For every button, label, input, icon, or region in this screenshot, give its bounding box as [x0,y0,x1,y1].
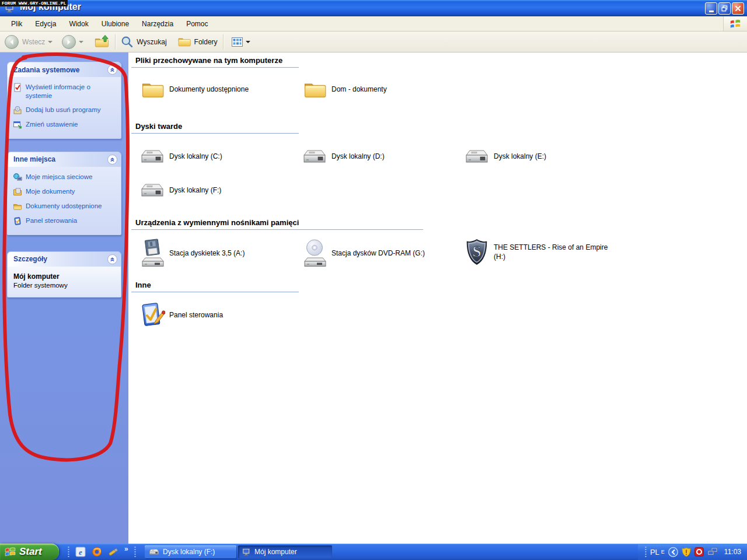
section-other: Inne Panel sterowania [135,281,747,331]
clock[interactable]: 11:03 [724,548,741,556]
item-label: Dysk lokalny (C:) [169,152,222,161]
panel-other-places-header[interactable]: Inne miejsca [8,152,121,167]
dvd-drive-icon [302,239,327,268]
views-dropdown-icon[interactable] [246,41,250,43]
section-title: Dyski twarde [135,122,747,131]
quick-launch-firefox-icon[interactable] [92,547,102,557]
forward-dropdown-icon[interactable] [79,41,83,43]
task-add-remove-programs[interactable]: Dodaj lub usuń programy [13,106,117,115]
panel-system-tasks: Zadania systemowe Wyświetl informacje o … [7,62,121,139]
task-label: Dodaj lub usuń programy [26,106,101,114]
link-network-places[interactable]: Moje miejsca sieciowe [13,173,117,182]
item-drive-c[interactable]: Dysk lokalny (C:) [139,147,301,166]
taskbar-button-drive-f[interactable]: Dysk lokalny (F:) [145,545,236,558]
hide-icons-chevron-icon[interactable] [668,547,678,557]
up-button[interactable] [94,34,110,49]
network-status-icon[interactable] [707,547,718,556]
up-folder-icon [94,34,110,49]
collapse-chevron-icon[interactable] [107,254,117,264]
my-documents-icon [13,187,22,197]
search-button[interactable]: Wyszukaj [121,36,166,48]
quick-launch-browser-icon[interactable]: e [75,547,86,557]
hard-drive-icon [140,147,165,166]
change-setting-icon [13,120,22,130]
control-panel-icon [139,301,165,329]
panel-details-header[interactable]: Szczegóły [8,252,121,267]
quick-launch-handle[interactable] [68,546,69,558]
panel-title: Inne miejsca [13,155,55,163]
language-indicator[interactable]: PL [650,548,659,556]
search-icon [121,36,133,48]
item-home-documents[interactable]: Dom - dokumenty [301,80,463,99]
close-button[interactable] [732,2,744,15]
link-control-panel[interactable]: Panel sterowania [13,216,117,226]
restore-button[interactable] [718,2,731,15]
item-label: THE SETTLERS - Rise of an Empire (H:) [494,243,619,261]
item-label: Stacja dyskietek 3,5 (A:) [169,249,245,258]
link-shared-documents[interactable]: Dokumenty udostępnione [13,202,117,211]
section-files: Pliki przechowywane na tym komputerze Do… [135,56,747,106]
taskbar-separator [134,546,136,558]
taskbar-button-my-computer[interactable]: Mój komputer [238,545,332,558]
quick-launch-overflow-icon[interactable]: » [124,545,128,553]
system-tray: PL E 11:03 [638,544,747,560]
item-dvd-g[interactable]: Stacja dysków DVD-RAM (G:) [301,239,463,268]
toolbar: Wstecz [0,32,747,52]
item-floppy-a[interactable]: Stacja dyskietek 3,5 (A:) [139,239,301,268]
menu-pomoc[interactable]: Pomoc [180,17,214,31]
menu-narzedzia[interactable]: Narzędzia [135,17,180,31]
back-label: Wstecz [22,38,45,46]
windows-flag-icon [4,546,16,558]
back-button[interactable]: Wstecz [5,35,53,49]
item-label: Dokumenty udostępnione [169,85,249,94]
section-rule [131,67,299,68]
section-rule [131,133,299,134]
security-shield-icon[interactable] [682,547,691,557]
section-hard-drives: Dyski twarde Dysk lokalny (C:) Dysk loka… [135,122,747,203]
menu-plik[interactable]: Plik [5,17,29,31]
windows-logo-icon [723,16,747,31]
taskbar-button-label: Mój komputer [254,548,297,556]
minimize-button[interactable] [705,2,717,15]
collapse-chevron-icon[interactable] [107,65,117,75]
section-title: Urządzenia z wymiennymi nośnikami pamięc… [135,218,747,227]
collapse-chevron-icon[interactable] [107,155,117,164]
search-label: Wyszukaj [137,38,166,46]
item-label: Panel sterowania [169,310,223,320]
menu-widok[interactable]: Widok [62,17,95,31]
explorer-main: Zadania systemowe Wyświetl informacje o … [0,52,747,544]
tray-red-app-icon[interactable] [694,547,704,556]
start-button[interactable]: Start [0,544,59,560]
item-label: Dysk lokalny (D:) [331,152,385,161]
task-change-setting[interactable]: Zmień ustawienie [13,120,117,130]
back-dropdown-icon[interactable] [48,41,53,43]
section-rule [131,292,299,293]
panel-details: Szczegóły Mój komputer Folder systemowy [7,251,121,298]
language-indicator-extra: E [661,549,665,555]
panel-system-tasks-header[interactable]: Zadania systemowe [8,62,121,77]
folders-label: Foldery [194,38,218,46]
menu-ulubione[interactable]: Ulubione [95,17,135,31]
folder-view: Pliki przechowywane na tym komputerze Do… [128,52,747,544]
item-drive-d[interactable]: Dysk lokalny (D:) [301,147,463,166]
folders-button[interactable]: Foldery [177,36,218,47]
item-control-panel[interactable]: Panel sterowania [139,301,301,329]
task-view-system-info[interactable]: Wyświetl informacje o systemie [13,83,117,100]
task-label: Zmień ustawienie [26,120,78,129]
panel-other-places: Inne miejsca Moje miejsca sieciowe [7,152,121,235]
menu-edycja[interactable]: Edycja [29,17,62,31]
views-button[interactable] [229,36,253,48]
start-label: Start [19,546,42,558]
item-settlers-h[interactable]: THE SETTLERS - Rise of an Empire (H:) [463,239,626,265]
floppy-drive-icon [139,239,165,268]
forward-button[interactable] [62,35,83,49]
item-drive-f[interactable]: Dysk lokalny (F:) [139,181,301,200]
item-label: Stacja dysków DVD-RAM (G:) [331,249,425,258]
quick-launch-brush-icon[interactable] [108,547,118,557]
control-panel-icon [13,216,22,226]
link-my-documents[interactable]: Moje dokumenty [13,187,117,197]
item-drive-e[interactable]: Dysk lokalny (E:) [463,147,626,166]
quick-launch: e » [68,544,136,560]
item-shared-documents[interactable]: Dokumenty udostępnione [139,80,301,99]
task-label: Panel sterowania [26,216,77,225]
